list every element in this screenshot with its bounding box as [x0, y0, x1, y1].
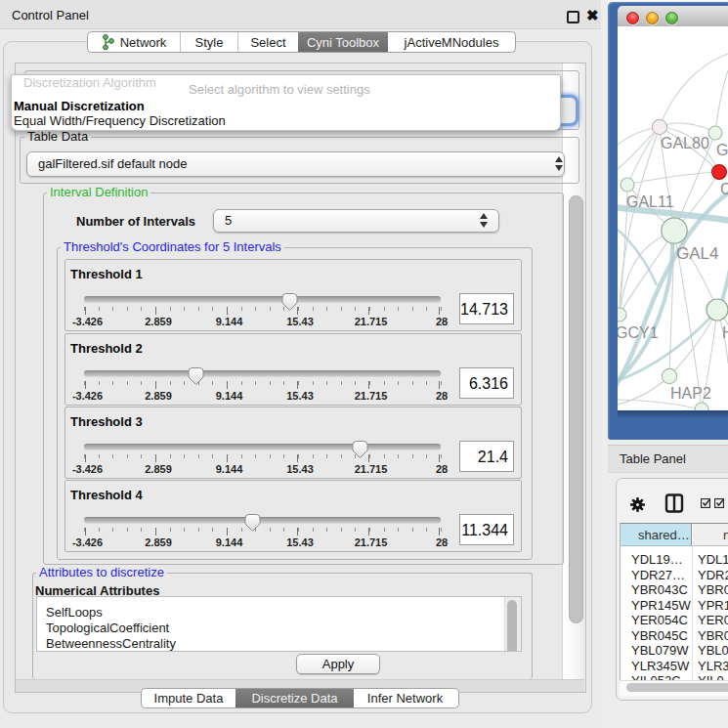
svg-text:G.: G. — [716, 142, 728, 158]
svg-text:HAP2: HAP2 — [670, 385, 711, 402]
svg-text:GCY1: GCY1 — [618, 324, 659, 341]
svg-text:H: H — [722, 324, 728, 341]
svg-text:GAL4: GAL4 — [676, 244, 718, 263]
svg-text:GAL80: GAL80 — [661, 135, 709, 151]
svg-text:C: C — [720, 181, 728, 197]
svg-text:GAL11: GAL11 — [626, 193, 674, 210]
